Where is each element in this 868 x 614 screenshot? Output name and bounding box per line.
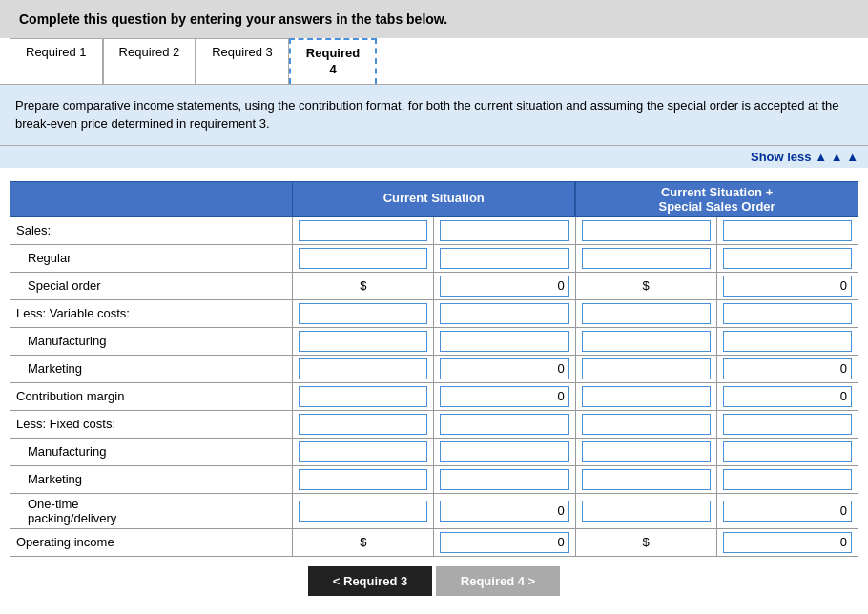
input-cur-mfg-fix-2[interactable] (440, 441, 568, 462)
sp-input-fixcos-1[interactable] (575, 410, 716, 438)
input-sp-special-val[interactable] (723, 276, 852, 297)
input-cur-cm-val[interactable] (440, 386, 568, 407)
input-cur-mfg-var-2[interactable] (440, 331, 568, 352)
input-cur-mfg-fix-1[interactable] (299, 441, 427, 462)
input-cur-cm-1[interactable] (299, 386, 427, 407)
input-cur-varcos-1[interactable] (299, 303, 427, 324)
sp-input-pack-val[interactable] (716, 493, 858, 528)
tab-required-2[interactable]: Required 2 (103, 38, 196, 84)
input-sp-cm-1[interactable] (582, 386, 711, 407)
input-cur-pack-1[interactable] (299, 501, 427, 522)
input-sp-mkt-fix-1[interactable] (582, 469, 711, 490)
tab-required-1[interactable]: Required 1 (10, 38, 103, 84)
input-cur-special-val[interactable] (440, 276, 568, 297)
input-sp-pack-1[interactable] (582, 501, 711, 522)
input-cur-varcos-2[interactable] (440, 303, 568, 324)
input-cur-mkt-var-1[interactable] (299, 358, 427, 379)
input-sp-mfg-var-1[interactable] (582, 331, 711, 352)
cur-input-mfg-fix-1[interactable] (293, 438, 434, 465)
sp-input-sales-2[interactable] (716, 216, 858, 244)
cur-input-mkt-var-val[interactable] (434, 355, 575, 382)
input-sp-mfg-var-2[interactable] (723, 331, 852, 352)
tab-required-4[interactable]: Required4 (289, 38, 377, 84)
input-sp-mkt-var-val[interactable] (723, 358, 852, 379)
sp-input-mfg-var-1[interactable] (575, 327, 716, 355)
input-cur-regular-1[interactable] (299, 248, 427, 269)
sp-input-mkt-var-1[interactable] (575, 355, 716, 382)
cur-input-pack-val[interactable] (434, 493, 575, 528)
row-label-variable-costs: Less: Variable costs: (10, 299, 293, 327)
input-sp-sales-1[interactable] (582, 220, 711, 241)
banner-text: Complete this question by entering your … (19, 11, 447, 27)
sp-input-mfg-fix-1[interactable] (575, 438, 716, 465)
show-less-label[interactable]: Show less (751, 150, 827, 164)
input-cur-mkt-fix-1[interactable] (299, 469, 427, 490)
sp-input-special-val[interactable] (716, 272, 858, 299)
input-sp-regular-2[interactable] (723, 248, 852, 269)
input-cur-pack-val[interactable] (440, 501, 568, 522)
sp-input-mkt-fix-2[interactable] (716, 465, 858, 493)
cur-input-sales-2[interactable] (434, 216, 575, 244)
next-button[interactable]: Required 4 > (436, 566, 560, 596)
cur-input-mfg-var-2[interactable] (434, 327, 575, 355)
cur-input-mkt-fix-1[interactable] (293, 465, 434, 493)
cur-input-op-val[interactable] (434, 528, 575, 556)
cur-input-regular-1[interactable] (293, 244, 434, 272)
input-cur-mkt-fix-2[interactable] (440, 469, 568, 490)
row-label-contribution: Contribution margin (10, 382, 293, 410)
input-cur-sales-2[interactable] (440, 220, 568, 241)
tab-required-3[interactable]: Required 3 (196, 38, 289, 84)
cur-input-special-val[interactable] (434, 272, 575, 299)
sp-input-regular-1[interactable] (575, 244, 716, 272)
input-sp-varcos-2[interactable] (723, 303, 852, 324)
cur-input-mfg-fix-2[interactable] (434, 438, 575, 465)
input-cur-mfg-var-1[interactable] (299, 331, 427, 352)
sp-input-cm-val[interactable] (716, 382, 858, 410)
cur-input-regular-2[interactable] (434, 244, 575, 272)
input-cur-fixcos-2[interactable] (440, 414, 568, 435)
cur-input-varcos-2[interactable] (434, 299, 575, 327)
input-sp-mfg-fix-2[interactable] (723, 441, 852, 462)
input-sp-cm-val[interactable] (723, 386, 852, 407)
sp-input-sales-1[interactable] (575, 216, 716, 244)
cur-input-pack-1[interactable] (293, 493, 434, 528)
sp-input-varcos-1[interactable] (575, 299, 716, 327)
sp-input-pack-1[interactable] (575, 493, 716, 528)
cur-input-cm-val[interactable] (434, 382, 575, 410)
cur-input-sales-1[interactable] (293, 216, 434, 244)
sp-input-mkt-fix-1[interactable] (575, 465, 716, 493)
sp-input-varcos-2[interactable] (716, 299, 858, 327)
input-sp-fixcos-1[interactable] (582, 414, 711, 435)
input-cur-regular-2[interactable] (440, 248, 568, 269)
input-sp-regular-1[interactable] (582, 248, 711, 269)
cur-input-varcos-1[interactable] (293, 299, 434, 327)
sp-input-cm-1[interactable] (575, 382, 716, 410)
input-sp-op-val[interactable] (723, 532, 852, 553)
sp-input-op-val[interactable] (716, 528, 858, 556)
input-sp-mkt-fix-2[interactable] (723, 469, 852, 490)
instruction-box: Prepare comparative income statements, u… (0, 85, 868, 146)
prev-button[interactable]: < Required 3 (308, 566, 432, 596)
sp-input-mkt-var-val[interactable] (716, 355, 858, 382)
input-cur-fixcos-1[interactable] (299, 414, 427, 435)
input-cur-sales-1[interactable] (299, 220, 427, 241)
input-sp-sales-2[interactable] (723, 220, 852, 241)
cur-input-fixcos-2[interactable] (434, 410, 575, 438)
input-cur-mkt-var-val[interactable] (440, 358, 568, 379)
header-banner: Complete this question by entering your … (0, 0, 868, 38)
cur-input-mkt-fix-2[interactable] (434, 465, 575, 493)
input-sp-mfg-fix-1[interactable] (582, 441, 711, 462)
sp-input-regular-2[interactable] (716, 244, 858, 272)
sp-input-fixcos-2[interactable] (716, 410, 858, 438)
cur-input-mkt-var-1[interactable] (293, 355, 434, 382)
cur-input-cm-1[interactable] (293, 382, 434, 410)
input-cur-op-val[interactable] (440, 532, 568, 553)
input-sp-mkt-var-1[interactable] (582, 358, 711, 379)
input-sp-varcos-1[interactable] (582, 303, 711, 324)
input-sp-fixcos-2[interactable] (723, 414, 852, 435)
cur-input-fixcos-1[interactable] (293, 410, 434, 438)
sp-input-mfg-fix-2[interactable] (716, 438, 858, 465)
sp-input-mfg-var-2[interactable] (716, 327, 858, 355)
input-sp-pack-val[interactable] (723, 501, 852, 522)
cur-input-mfg-var-1[interactable] (293, 327, 434, 355)
